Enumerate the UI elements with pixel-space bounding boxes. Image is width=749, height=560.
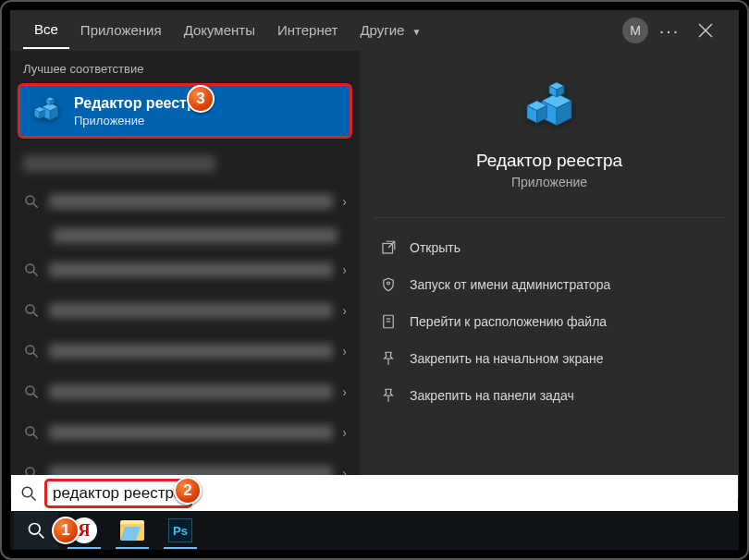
tab-all[interactable]: Все: [23, 12, 69, 49]
list-item[interactable]: ›: [10, 371, 360, 412]
chevron-right-icon: ›: [342, 194, 347, 209]
annotation-marker-1: 1: [52, 517, 80, 544]
action-run-as-admin[interactable]: Запуск от имени администратора: [369, 266, 730, 303]
action-pin-taskbar[interactable]: Закрепить на панели задач: [369, 377, 730, 414]
search-icon: [20, 485, 37, 502]
results-pane: Лучшее соответствие: [10, 51, 360, 498]
svg-line-42: [31, 496, 36, 501]
preview-title: Редактор реестра: [476, 151, 622, 171]
list-item[interactable]: ›: [10, 290, 360, 331]
best-match-result[interactable]: Редактор реестра Приложение: [18, 83, 352, 139]
svg-point-43: [30, 524, 41, 535]
chevron-right-icon: ›: [342, 344, 347, 359]
svg-line-12: [33, 203, 38, 208]
action-label: Открыть: [410, 240, 460, 255]
svg-point-35: [387, 282, 390, 285]
tab-other-label: Другие: [360, 22, 404, 38]
annotation-marker-2: 2: [174, 477, 202, 505]
search-icon: [23, 383, 40, 400]
chevron-down-icon: ▼: [412, 27, 422, 37]
svg-line-22: [33, 434, 38, 439]
photoshop-icon: Ps: [168, 518, 192, 542]
preview-subtitle: Приложение: [511, 175, 587, 189]
list-item[interactable]: ›: [10, 181, 360, 222]
svg-line-14: [33, 272, 38, 276]
search-icon: [23, 424, 40, 441]
search-icon: [27, 521, 45, 540]
chevron-right-icon: ›: [342, 425, 347, 440]
svg-line-44: [39, 533, 43, 538]
open-icon: [380, 239, 397, 256]
search-query-highlight: редактор реестра: [44, 479, 192, 508]
search-input[interactable]: редактор реестра: [11, 475, 738, 512]
file-explorer-icon: [120, 520, 144, 541]
chevron-right-icon: ›: [342, 262, 347, 277]
search-query-text: редактор реестра: [53, 484, 182, 503]
web-results-list: › › › › › › ›: [10, 146, 360, 493]
result-title: Редактор реестра: [74, 95, 204, 112]
taskbar-photoshop[interactable]: Ps: [158, 512, 203, 549]
pin-start-icon: [380, 350, 397, 367]
action-label: Запуск от имени администратора: [410, 277, 610, 292]
user-avatar[interactable]: М: [622, 18, 648, 43]
tab-documents[interactable]: Документы: [173, 13, 266, 48]
action-label: Закрепить на начальном экране: [410, 351, 604, 366]
svg-line-16: [33, 312, 38, 317]
svg-point-11: [26, 196, 34, 204]
blurred-heading: [23, 155, 215, 172]
more-button[interactable]: ···: [654, 20, 685, 42]
best-match-heading: Лучшее соответствие: [10, 51, 360, 83]
close-icon: [698, 23, 713, 38]
list-item[interactable]: ›: [10, 412, 360, 453]
tab-other[interactable]: Другие ▼: [349, 13, 432, 48]
search-filter-tabs: Все Приложения Документы Интернет Другие…: [10, 10, 739, 51]
pin-taskbar-icon: [380, 387, 397, 404]
tab-apps[interactable]: Приложения: [69, 13, 173, 48]
list-item[interactable]: ›: [10, 331, 360, 371]
action-label: Закрепить на панели задач: [410, 388, 574, 403]
svg-point-41: [22, 487, 32, 497]
svg-line-20: [33, 394, 38, 398]
svg-line-18: [33, 353, 38, 358]
search-icon: [23, 262, 40, 278]
search-icon: [23, 193, 40, 210]
action-label: Перейти к расположению файла: [410, 314, 607, 329]
folder-location-icon: [380, 313, 397, 330]
preview-pane: Редактор реестра Приложение Открыть Запу…: [360, 51, 739, 498]
action-pin-start[interactable]: Закрепить на начальном экране: [369, 340, 730, 377]
search-icon: [23, 343, 40, 359]
chevron-right-icon: ›: [342, 384, 347, 399]
close-button[interactable]: [685, 10, 726, 51]
result-subtitle: Приложение: [74, 114, 204, 128]
search-icon: [23, 302, 40, 319]
svg-point-15: [26, 305, 34, 313]
svg-point-13: [26, 264, 34, 273]
taskbar: Я Ps: [10, 511, 739, 550]
chevron-right-icon: ›: [342, 303, 347, 318]
action-open-location[interactable]: Перейти к расположению файла: [369, 303, 730, 340]
divider: [374, 217, 724, 218]
svg-point-17: [26, 346, 34, 354]
action-open[interactable]: Открыть: [369, 229, 730, 266]
svg-point-19: [26, 386, 34, 395]
list-item[interactable]: ›: [10, 250, 360, 290]
list-item[interactable]: [10, 222, 360, 250]
annotation-marker-3: 3: [187, 85, 215, 113]
tab-web[interactable]: Интернет: [266, 13, 349, 48]
taskbar-file-explorer[interactable]: [110, 512, 154, 549]
regedit-icon: [30, 94, 63, 128]
svg-point-21: [26, 427, 34, 435]
shield-admin-icon: [380, 276, 397, 293]
regedit-icon-large: [520, 79, 579, 138]
